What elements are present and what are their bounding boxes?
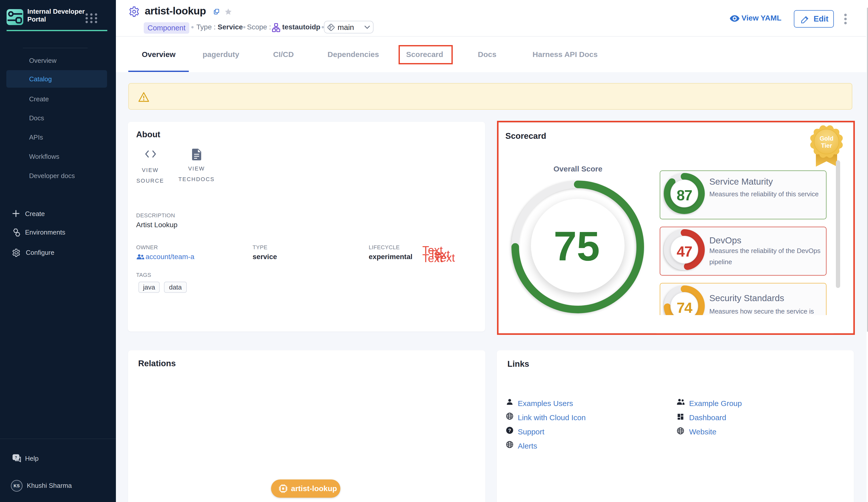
svg-text:?: ? xyxy=(508,428,511,433)
svg-text:?: ? xyxy=(15,455,17,460)
